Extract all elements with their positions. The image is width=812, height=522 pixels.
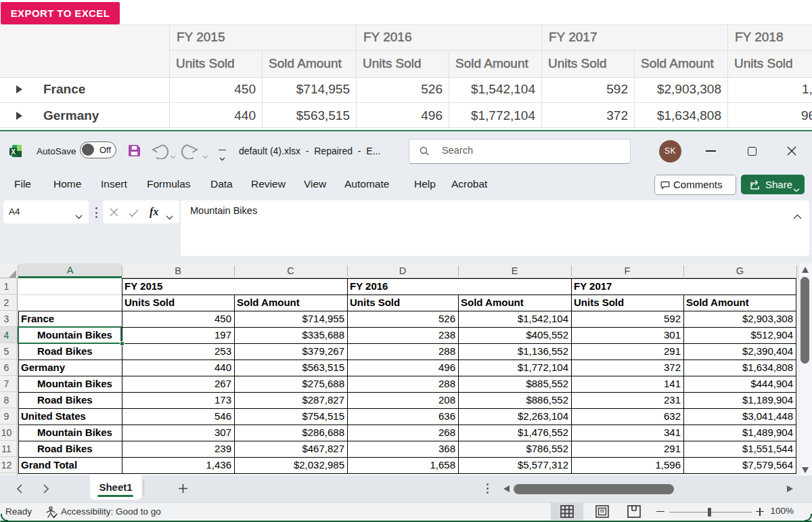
svg-text:X: X <box>11 148 16 156</box>
